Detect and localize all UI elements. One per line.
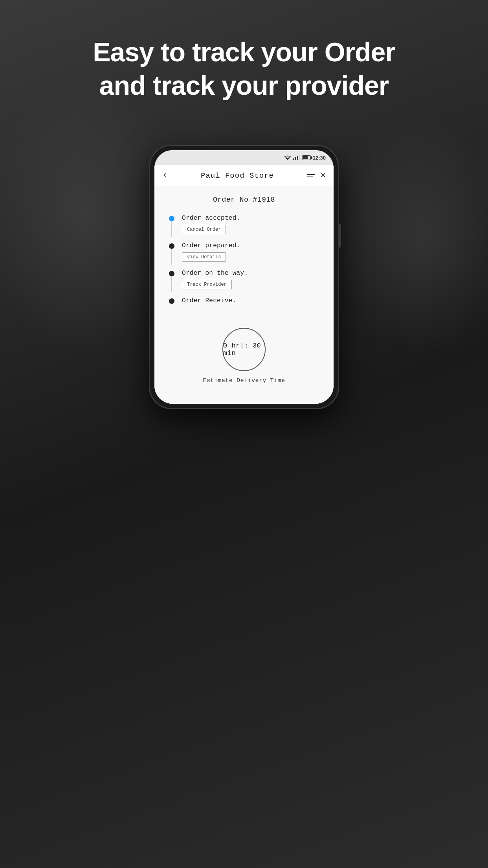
step-prepared: Order prepared. view Details — [168, 242, 324, 270]
time-value: 0 hr|: 30 min — [223, 342, 265, 357]
step-label-on-way: Order on the way. — [182, 270, 324, 277]
signal-icon — [293, 155, 300, 160]
bg-figure-right — [335, 118, 488, 354]
step-line-3 — [171, 276, 172, 292]
app-header: ‹ Paul Food Store ✕ — [154, 165, 334, 186]
app-content: Order No #1918 Order accepted. Cancel Or… — [154, 186, 334, 404]
step-content-accepted: Order accepted. Cancel Order — [182, 215, 324, 239]
delivery-label: Estimate Delivery Time — [203, 377, 285, 384]
menu-line-2 — [307, 177, 313, 177]
cancel-order-button[interactable]: Cancel Order — [182, 225, 226, 234]
step-label-received: Order Receive. — [182, 297, 324, 304]
store-title: Paul Food Store — [201, 171, 274, 180]
status-icons: 12:30 — [284, 155, 326, 161]
step-label-accepted: Order accepted. — [182, 215, 324, 222]
step-on-way: Order on the way. Track Provider — [168, 270, 324, 297]
step-indicator-received — [168, 297, 176, 304]
close-button[interactable]: ✕ — [321, 171, 326, 180]
step-content-received: Order Receive. — [182, 297, 324, 312]
step-dot-prepared — [169, 243, 174, 249]
track-provider-button[interactable]: Track Provider — [182, 280, 232, 289]
step-indicator-accepted — [168, 215, 176, 237]
status-time: 12:30 — [313, 155, 326, 161]
view-details-button[interactable]: view Details — [182, 252, 226, 262]
delivery-time-section: 0 hr|: 30 min Estimate Delivery Time — [164, 312, 324, 392]
back-button[interactable]: ‹ — [162, 171, 167, 180]
step-received: Order Receive. — [168, 297, 324, 312]
header-actions: ✕ — [307, 171, 326, 180]
step-content-prepared: Order prepared. view Details — [182, 242, 324, 267]
phone-frame: 12:30 ‹ Paul Food Store ✕ Order No #1918 — [150, 145, 338, 408]
tracking-steps: Order accepted. Cancel Order Order prepa… — [164, 215, 324, 312]
step-indicator-prepared — [168, 242, 176, 265]
time-circle: 0 hr|: 30 min — [222, 328, 266, 371]
menu-line-1 — [307, 174, 315, 175]
side-button — [339, 224, 341, 248]
headline-section: Easy to track your Order and track your … — [0, 35, 488, 102]
step-accepted: Order accepted. Cancel Order — [168, 215, 324, 242]
step-content-on-way: Order on the way. Track Provider — [182, 270, 324, 294]
step-line-1 — [171, 221, 172, 237]
step-dot-received — [169, 298, 174, 304]
menu-icon[interactable] — [307, 174, 315, 177]
background-figures — [0, 0, 488, 868]
headline-text: Easy to track your Order and track your … — [31, 35, 457, 102]
svg-marker-0 — [286, 158, 290, 160]
step-dot-on-way — [169, 271, 174, 276]
phone-screen: 12:30 ‹ Paul Food Store ✕ Order No #1918 — [154, 150, 334, 404]
step-label-prepared: Order prepared. — [182, 242, 324, 249]
phone-wrapper: 12:30 ‹ Paul Food Store ✕ Order No #1918 — [150, 145, 338, 408]
wifi-icon — [284, 155, 291, 160]
step-line-2 — [171, 249, 172, 265]
step-indicator-on-way — [168, 270, 176, 292]
order-number: Order No #1918 — [164, 196, 324, 204]
step-dot-accepted — [169, 216, 174, 221]
status-bar: 12:30 — [154, 150, 334, 165]
battery-icon — [302, 155, 311, 160]
